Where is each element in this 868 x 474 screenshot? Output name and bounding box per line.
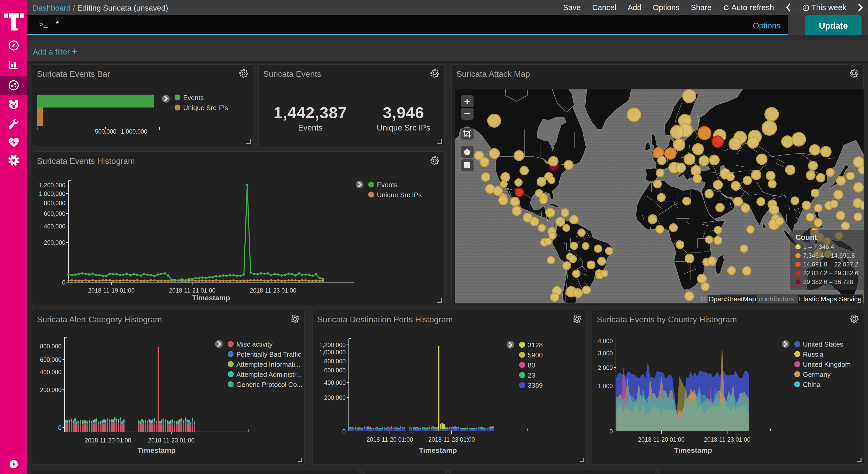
svg-text:200,000: 200,000 <box>40 387 61 393</box>
svg-text:3128: 3128 <box>528 341 543 349</box>
svg-text:800,000: 800,000 <box>40 343 61 350</box>
svg-text:2018-11-23 01:00: 2018-11-23 01:00 <box>428 436 475 443</box>
svg-text:0: 0 <box>610 428 613 435</box>
svg-text:Potentially Bad Traffic: Potentially Bad Traffic <box>237 351 301 358</box>
svg-text:1,000,000: 1,000,000 <box>39 190 65 197</box>
svg-text:2018-11-20 01:00: 2018-11-20 01:00 <box>85 437 131 444</box>
svg-text:600,000: 600,000 <box>324 367 346 374</box>
svg-text:Unique Src IPs: Unique Src IPs <box>183 104 228 112</box>
svg-text:Timestamp: Timestamp <box>137 446 176 454</box>
svg-text:500,000: 500,000 <box>95 128 116 135</box>
svg-text:200,000: 200,000 <box>44 239 65 246</box>
svg-text:Attempted Administr...: Attempted Administr... <box>237 371 302 378</box>
svg-text:2018-11-21 01:00: 2018-11-21 01:00 <box>169 287 215 294</box>
svg-text:3389: 3389 <box>528 382 543 389</box>
svg-text:Unique Src IPs: Unique Src IPs <box>377 191 422 199</box>
svg-text:600,000: 600,000 <box>40 356 61 363</box>
svg-text:Events: Events <box>377 181 398 189</box>
svg-text:1,000: 1,000 <box>598 383 613 389</box>
svg-text:0: 0 <box>342 428 346 435</box>
svg-text:400,000: 400,000 <box>324 379 346 386</box>
svg-text:1,200,000: 1,200,000 <box>39 182 65 189</box>
svg-text:Events: Events <box>183 94 204 101</box>
svg-text:3,000: 3,000 <box>598 350 613 357</box>
svg-text:Timestamp: Timestamp <box>192 294 230 302</box>
svg-text:2018-11-23 01:00: 2018-11-23 01:00 <box>250 287 296 294</box>
svg-text:China: China <box>803 381 820 388</box>
svg-text:0: 0 <box>58 424 61 431</box>
svg-text:80: 80 <box>528 361 535 369</box>
svg-text:1,000,000: 1,000,000 <box>121 128 147 135</box>
svg-text:1,200,000: 1,200,000 <box>319 342 346 348</box>
svg-text:Germany: Germany <box>803 371 831 378</box>
svg-text:Timestamp: Timestamp <box>419 446 457 454</box>
svg-text:23: 23 <box>528 372 535 379</box>
svg-text:4,000: 4,000 <box>598 338 613 345</box>
svg-text:Generic Protocol Co...: Generic Protocol Co... <box>237 381 303 388</box>
svg-text:United Kingdom: United Kingdom <box>803 360 851 368</box>
svg-text:Attempted Informati...: Attempted Informati... <box>237 360 301 368</box>
svg-text:600,000: 600,000 <box>44 210 65 217</box>
svg-text:0: 0 <box>62 279 65 286</box>
svg-text:Timestamp: Timestamp <box>674 446 712 454</box>
svg-text:Russia: Russia <box>803 351 824 358</box>
svg-text:400,000: 400,000 <box>44 223 65 230</box>
svg-text:2018-11-23 01:00: 2018-11-23 01:00 <box>148 437 194 444</box>
svg-text:200,000: 200,000 <box>324 394 346 401</box>
svg-text:1,000,000: 1,000,000 <box>319 349 346 356</box>
svg-text:2018-11-20 01:00: 2018-11-20 01:00 <box>638 436 685 443</box>
svg-text:2,000: 2,000 <box>598 364 613 371</box>
svg-text:400,000: 400,000 <box>40 369 61 376</box>
svg-text:2018-11-20 01:00: 2018-11-20 01:00 <box>367 436 413 443</box>
svg-text:800,000: 800,000 <box>44 200 65 207</box>
svg-text:United States: United States <box>803 340 843 348</box>
svg-text:2018-11-19 01:00: 2018-11-19 01:00 <box>88 287 134 294</box>
svg-text:5900: 5900 <box>528 351 543 359</box>
svg-text:Misc activity: Misc activity <box>237 340 273 348</box>
svg-text:800,000: 800,000 <box>324 358 346 365</box>
svg-text:2018-11-23 01:00: 2018-11-23 01:00 <box>704 436 750 443</box>
